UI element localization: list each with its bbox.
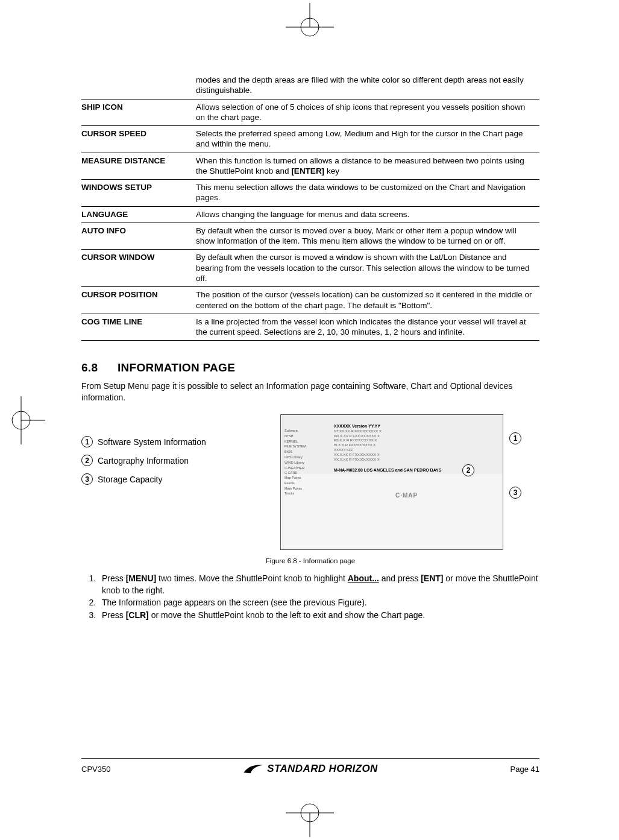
table-row: CURSOR WINDOW By default when the cursor… [81, 250, 539, 287]
setting-desc: Allows selection of one of 5 choices of … [196, 99, 539, 126]
page-content: modes and the depth areas are filled wit… [81, 72, 539, 627]
setting-desc: When this function is turned on allows a… [196, 153, 539, 180]
section-intro: From Setup Menu page it is possible to s… [81, 381, 539, 403]
section-heading: 6.8INFORMATION PAGE [81, 361, 539, 374]
setting-label: COG TIME LINE [81, 314, 196, 341]
steps-list: Press [MENU] two times. Move the Shuttle… [81, 573, 539, 621]
brand-swoosh-icon [243, 763, 263, 775]
setting-label: SHIP ICON [81, 99, 196, 126]
legend-label: Cartography Information [98, 456, 189, 466]
section-number: 6.8 [81, 361, 118, 374]
registration-mark-left [0, 396, 45, 444]
step-item: The Information page appears on the scre… [98, 597, 539, 609]
setting-label: CURSOR SPEED [81, 126, 196, 153]
step-item: Press [CLR] or move the ShuttlePoint kno… [98, 610, 539, 622]
legend-item-2: 2 Cartography Information [81, 455, 262, 466]
setting-label: CURSOR WINDOW [81, 250, 196, 287]
legend-label: Storage Capacity [98, 475, 162, 484]
table-row: modes and the depth areas are filled wit… [81, 72, 539, 99]
section-title: INFORMATION PAGE [118, 361, 235, 374]
page-footer: CPV350 STANDARD HORIZON Page 41 [81, 758, 539, 775]
table-row: CURSOR SPEED Selects the preferred speed… [81, 126, 539, 153]
setting-desc: By default when the cursor is moved a wi… [196, 250, 539, 287]
setting-desc: Is a line projected from the vessel icon… [196, 314, 539, 341]
callout-3: 3 [509, 487, 521, 499]
setting-label: WINDOWS SETUP [81, 180, 196, 207]
setting-label: LANGUAGE [81, 206, 196, 223]
information-page-figure: SoftwareNTSBKERNELFILE SYSTEMBIOSGPS Lib… [280, 414, 503, 550]
callout-1: 1 [509, 432, 521, 444]
setting-label: AUTO INFO [81, 223, 196, 250]
step-item: Press [MENU] two times. Move the Shuttle… [98, 573, 539, 596]
setting-label: CURSOR POSITION [81, 287, 196, 314]
figure-row: 1 Software System Information 2 Cartogra… [81, 414, 539, 550]
setting-desc: The position of the cursor (vessels loca… [196, 287, 539, 314]
setting-desc: Allows changing the language for menus a… [196, 206, 539, 223]
figure-legend: 1 Software System Information 2 Cartogra… [81, 414, 262, 492]
footer-model: CPV350 [81, 765, 110, 774]
registration-mark-top [286, 3, 334, 51]
setting-label [81, 72, 196, 99]
table-row: AUTO INFO By default when the cursor is … [81, 223, 539, 250]
settings-table: modes and the depth areas are filled wit… [81, 72, 539, 341]
legend-label: Software System Information [98, 437, 206, 447]
table-row: WINDOWS SETUP This menu selection allows… [81, 180, 539, 207]
footer-brand-text: STANDARD HORIZON [267, 763, 378, 775]
legend-item-3: 3 Storage Capacity [81, 473, 262, 485]
setting-desc: Selects the preferred speed among Low, M… [196, 126, 539, 153]
legend-marker-2: 2 [81, 455, 93, 466]
footer-page: Page 41 [511, 765, 539, 774]
setting-label: MEASURE DISTANCE [81, 153, 196, 180]
legend-item-1: 1 Software System Information [81, 436, 262, 447]
legend-marker-3: 3 [81, 473, 93, 485]
table-row: LANGUAGE Allows changing the language fo… [81, 206, 539, 223]
table-row: COG TIME LINE Is a line projected from t… [81, 314, 539, 341]
footer-brand: STANDARD HORIZON [243, 763, 378, 775]
table-row: MEASURE DISTANCE When this function is t… [81, 153, 539, 180]
callout-2: 2 [462, 464, 474, 476]
setting-desc: This menu selection allows the data wind… [196, 180, 539, 207]
legend-marker-1: 1 [81, 436, 93, 447]
table-row: SHIP ICON Allows selection of one of 5 c… [81, 99, 539, 126]
table-row: CURSOR POSITION The position of the curs… [81, 287, 539, 314]
figure-caption: Figure 6.8 - Information page [81, 557, 539, 564]
registration-mark-bottom [286, 789, 334, 837]
setting-desc: By default when the cursor is moved over… [196, 223, 539, 250]
setting-desc: modes and the depth areas are filled wit… [196, 72, 539, 99]
